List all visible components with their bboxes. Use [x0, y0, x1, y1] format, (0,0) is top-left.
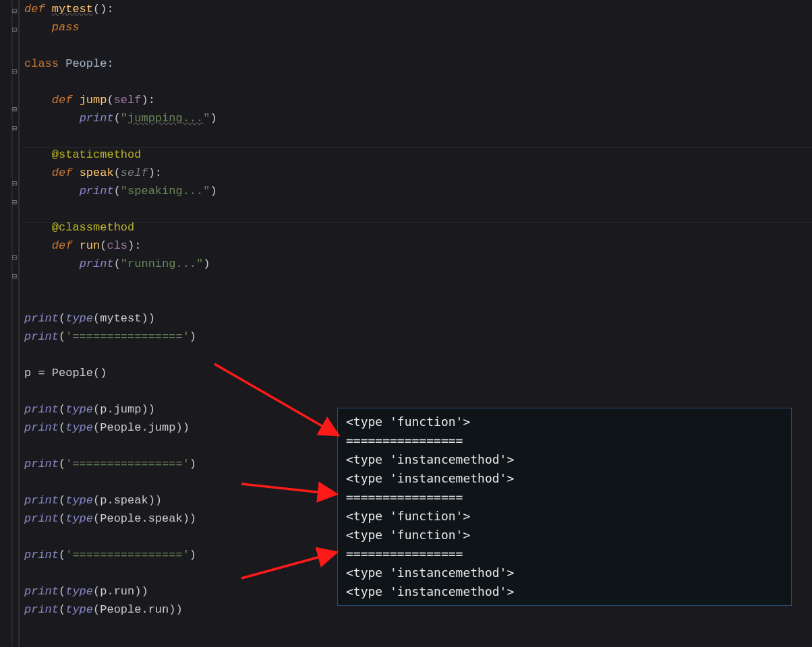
gutter: ⊟⊟⊟⊟⊟⊟⊟⊟⊟: [0, 0, 23, 647]
code-token: (: [59, 421, 65, 434]
code-token: print: [24, 549, 59, 561]
code-token: '================': [65, 549, 190, 561]
code-token: (: [114, 185, 121, 197]
arrow-annotation: [241, 553, 335, 578]
gutter-fold-guide: [18, 0, 20, 647]
code-token: print: [24, 330, 59, 343]
code-line[interactable]: print('================'): [24, 330, 196, 343]
code-token: (People.speak)): [93, 512, 196, 525]
code-token: mytest: [52, 3, 93, 16]
code-token: (: [59, 512, 65, 525]
fold-icon[interactable]: ⊟: [12, 249, 17, 268]
code-line[interactable]: p = People(): [24, 367, 107, 379]
code-token: ): [190, 330, 196, 343]
fold-icon[interactable]: ⊟: [12, 22, 17, 40]
code-token: =: [38, 367, 51, 379]
code-token: type: [65, 494, 93, 507]
code-token: (: [59, 603, 65, 616]
code-line[interactable]: def run(cls):: [24, 239, 141, 252]
fold-icon[interactable]: ⊟: [12, 63, 17, 82]
code-token: (mytest)): [93, 312, 155, 325]
code-token: (: [59, 312, 65, 325]
code-token: (p.speak)): [93, 494, 162, 507]
code-token: :: [107, 57, 113, 70]
code-token: cls: [107, 239, 127, 252]
output-panel: <type 'function'> ================ <type…: [337, 408, 792, 606]
code-token: (: [114, 166, 121, 179]
code-token: type: [65, 512, 93, 525]
code-token: p: [24, 367, 38, 379]
code-line[interactable]: def jump(self):: [24, 94, 155, 106]
code-token: print: [24, 403, 59, 416]
fold-icon[interactable]: ⊟: [12, 175, 17, 193]
code-token: "running...": [121, 257, 203, 270]
code-line[interactable]: pass: [24, 21, 80, 34]
code-token: type: [65, 421, 93, 434]
code-token: run: [80, 239, 100, 252]
code-token: self: [121, 166, 148, 179]
code-token: ): [210, 112, 216, 125]
code-token: (p.jump)): [93, 403, 155, 416]
code-token: (: [59, 403, 65, 416]
code-token: People: [65, 57, 107, 70]
code-token: print: [24, 512, 59, 525]
code-token: ):: [127, 239, 141, 252]
code-line[interactable]: print("speaking..."): [24, 185, 217, 197]
code-editor[interactable]: ⊟⊟⊟⊟⊟⊟⊟⊟⊟ def mytest(): pass class Peopl…: [0, 0, 812, 647]
code-token: (People.run)): [93, 603, 183, 616]
code-token: (p.run)): [93, 585, 148, 598]
code-token: def: [52, 166, 80, 179]
code-token: jump: [80, 94, 107, 106]
fold-icon[interactable]: ⊟: [12, 120, 17, 138]
code-token: type: [65, 312, 93, 325]
gutter-fold-guide-secondary: [11, 0, 13, 647]
code-token: print: [80, 185, 114, 197]
code-token: def: [24, 3, 52, 16]
code-token: (: [59, 494, 65, 507]
fold-icon[interactable]: ⊟: [12, 101, 17, 119]
code-token: ): [190, 458, 196, 470]
code-token: "speaking...": [121, 185, 210, 197]
code-token: jumpping...: [127, 112, 203, 125]
fold-icon[interactable]: ⊟: [12, 3, 17, 21]
arrow-annotation: [214, 364, 337, 435]
code-token: speak: [80, 166, 114, 179]
code-token: print: [24, 421, 59, 434]
code-token: print: [80, 112, 114, 125]
code-token: ): [210, 185, 216, 197]
code-token: pass: [52, 21, 80, 34]
code-line[interactable]: print('================'): [24, 549, 196, 561]
code-line[interactable]: class People:: [24, 57, 114, 70]
code-line[interactable]: print(type(People.jump)): [24, 421, 190, 434]
method-separator: [23, 222, 812, 223]
code-line[interactable]: print(type(p.jump)): [24, 403, 155, 416]
code-line[interactable]: def speak(self):: [24, 166, 162, 179]
code-token: type: [65, 603, 93, 616]
code-token: (: [114, 257, 121, 270]
method-separator: [23, 147, 812, 148]
code-line[interactable]: print(type(p.speak)): [24, 494, 162, 507]
code-line[interactable]: print(type(mytest)): [24, 312, 155, 325]
code-token: print: [24, 585, 59, 598]
code-token: (: [59, 549, 65, 561]
code-line[interactable]: def mytest():: [24, 3, 114, 16]
code-line[interactable]: print(type(People.run)): [24, 603, 183, 616]
code-token: ():: [93, 3, 114, 16]
code-token: print: [80, 257, 114, 270]
fold-icon[interactable]: ⊟: [12, 194, 17, 212]
code-line[interactable]: print('================'): [24, 458, 196, 470]
code-token: '================': [65, 458, 190, 470]
code-token: print: [24, 458, 59, 470]
code-token: type: [65, 403, 93, 416]
code-line[interactable]: print(type(p.run)): [24, 585, 148, 598]
code-token: (: [59, 585, 65, 598]
code-line[interactable]: print(type(People.speak)): [24, 512, 196, 525]
code-line[interactable]: print("running..."): [24, 257, 210, 270]
fold-icon[interactable]: ⊟: [12, 268, 17, 286]
code-token: '================': [65, 330, 190, 343]
code-area[interactable]: def mytest(): pass class People: def jum…: [24, 0, 217, 619]
code-token: (: [114, 112, 121, 125]
code-token: @staticmethod: [52, 148, 142, 161]
code-line[interactable]: print("jumpping..."): [24, 112, 217, 125]
code-line[interactable]: @staticmethod: [24, 148, 141, 161]
